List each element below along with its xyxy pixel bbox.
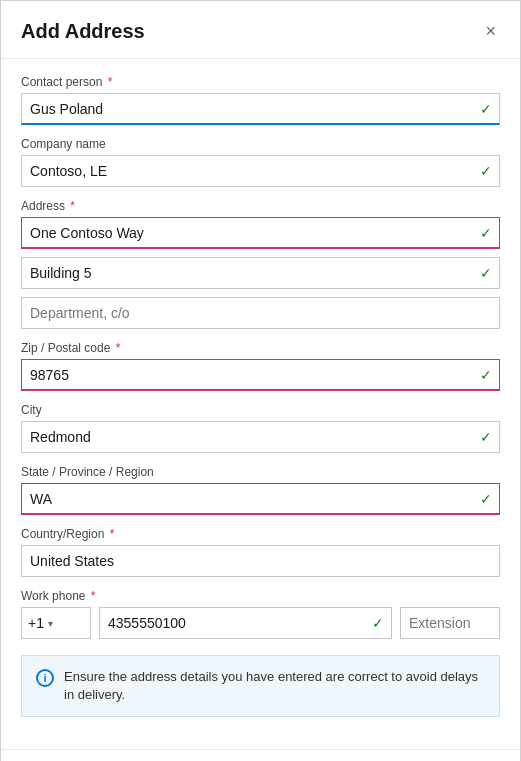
- state-label: State / Province / Region: [21, 465, 500, 479]
- phone-country-code: +1: [28, 615, 44, 631]
- address-line2-wrapper: ✓: [21, 257, 500, 289]
- contact-person-label: Contact person *: [21, 75, 500, 89]
- phone-country-selector[interactable]: +1 ▾: [21, 607, 91, 639]
- address-line2-input[interactable]: [21, 257, 500, 289]
- country-input[interactable]: [21, 545, 500, 577]
- state-input[interactable]: [21, 483, 500, 515]
- city-label: City: [21, 403, 500, 417]
- city-check-icon: ✓: [480, 429, 492, 445]
- state-check-icon: ✓: [480, 491, 492, 507]
- work-phone-group: Work phone * +1 ▾ ✓: [21, 589, 500, 639]
- country-wrapper: [21, 545, 500, 577]
- company-name-input[interactable]: [21, 155, 500, 187]
- info-icon: i: [36, 669, 54, 687]
- company-name-check-icon: ✓: [480, 163, 492, 179]
- country-label: Country/Region *: [21, 527, 500, 541]
- work-phone-label: Work phone *: [21, 589, 500, 603]
- required-star-phone: *: [87, 589, 95, 603]
- close-button[interactable]: ×: [481, 17, 500, 46]
- company-name-label: Company name: [21, 137, 500, 151]
- city-wrapper: ✓: [21, 421, 500, 453]
- address-line2-check-icon: ✓: [480, 265, 492, 281]
- close-icon: ×: [485, 21, 496, 42]
- contact-person-check-icon: ✓: [480, 101, 492, 117]
- country-group: Country/Region *: [21, 527, 500, 577]
- required-star-zip: *: [112, 341, 120, 355]
- contact-person-wrapper: ✓: [21, 93, 500, 125]
- contact-person-group: Contact person * ✓: [21, 75, 500, 125]
- required-star-country: *: [106, 527, 114, 541]
- dialog-title: Add Address: [21, 20, 145, 43]
- zip-wrapper: ✓: [21, 359, 500, 391]
- address-line3-wrapper: [21, 297, 500, 329]
- required-star: *: [104, 75, 112, 89]
- extension-input[interactable]: [400, 607, 500, 639]
- phone-row: +1 ▾ ✓: [21, 607, 500, 639]
- address-line3-input[interactable]: [21, 297, 500, 329]
- add-address-dialog: Add Address × Contact person * ✓ Company…: [0, 0, 521, 761]
- company-name-wrapper: ✓: [21, 155, 500, 187]
- contact-person-input[interactable]: [21, 93, 500, 125]
- address-label: Address *: [21, 199, 500, 213]
- city-input[interactable]: [21, 421, 500, 453]
- zip-group: Zip / Postal code * ✓: [21, 341, 500, 391]
- zip-input[interactable]: [21, 359, 500, 391]
- info-text: Ensure the address details you have ente…: [64, 668, 485, 704]
- zip-label: Zip / Postal code *: [21, 341, 500, 355]
- address-line1-wrapper: ✓: [21, 217, 500, 249]
- address-fields: ✓ ✓: [21, 217, 500, 329]
- zip-check-icon: ✓: [480, 367, 492, 383]
- state-wrapper: ✓: [21, 483, 500, 515]
- phone-check-icon: ✓: [372, 615, 384, 631]
- address-line1-input[interactable]: [21, 217, 500, 249]
- address-line1-check-icon: ✓: [480, 225, 492, 241]
- address-group: Address * ✓ ✓: [21, 199, 500, 329]
- chevron-down-icon: ▾: [48, 618, 53, 629]
- state-group: State / Province / Region ✓: [21, 465, 500, 515]
- dialog-body: Contact person * ✓ Company name ✓ Addres…: [1, 59, 520, 749]
- city-group: City ✓: [21, 403, 500, 453]
- phone-number-input[interactable]: [99, 607, 392, 639]
- phone-number-wrapper: ✓: [99, 607, 392, 639]
- company-name-group: Company name ✓: [21, 137, 500, 187]
- info-box: i Ensure the address details you have en…: [21, 655, 500, 717]
- required-star-address: *: [67, 199, 75, 213]
- dialog-footer: Add shipping address: [1, 749, 520, 761]
- dialog-header: Add Address ×: [1, 1, 520, 59]
